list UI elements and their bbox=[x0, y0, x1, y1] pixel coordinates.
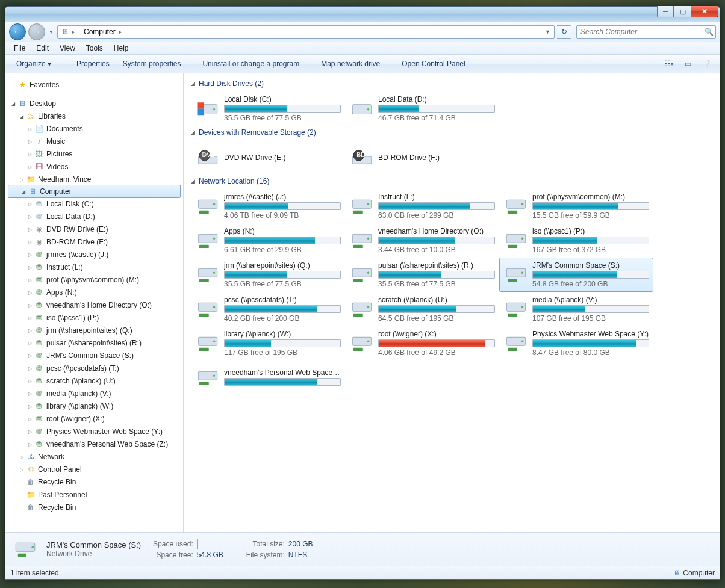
menu-view[interactable]: View bbox=[55, 43, 80, 54]
tree-drive[interactable]: ⛃Physics Webmaster Web Space (Y:) bbox=[7, 425, 182, 438]
close-button[interactable]: ✕ bbox=[691, 6, 718, 17]
tree-drive[interactable]: ◉BD-ROM Drive (F:) bbox=[7, 235, 182, 248]
tree-library-item[interactable]: ♪Music bbox=[7, 135, 182, 147]
help-button[interactable]: ❔ bbox=[699, 57, 715, 70]
drive-item[interactable]: Apps (N:)6.61 GB free of 29.9 GB bbox=[191, 223, 345, 258]
tree-drive[interactable]: ⛃iso (\\pcsc1) (P:) bbox=[7, 311, 182, 324]
drive-item[interactable]: JRM's Common Space (S:)54.8 GB free of 2… bbox=[499, 258, 653, 292]
tree-favorites[interactable]: ★Favorites bbox=[7, 78, 182, 91]
drive-item[interactable]: Instruct (L:)63.0 GB free of 299 GB bbox=[345, 189, 499, 223]
tree-libraries[interactable]: 🗂Libraries bbox=[7, 110, 182, 122]
uninstall-button[interactable]: Uninstall or change a program bbox=[196, 57, 305, 70]
tree-drive[interactable]: ⛃prof (\\physvm\common) (M:) bbox=[7, 273, 182, 286]
tree-drive[interactable]: ⛃jrm (\\sharepoint\sites) (Q:) bbox=[7, 324, 182, 336]
search-box[interactable]: 🔍 bbox=[576, 25, 716, 39]
bd-icon: BD bbox=[349, 145, 375, 170]
net-icon bbox=[195, 331, 220, 356]
tree-user[interactable]: 📁Needham, Vince bbox=[7, 173, 182, 185]
svg-point-64 bbox=[32, 546, 34, 548]
drive-item[interactable]: library (\\planck) (W:)117 GB free of 19… bbox=[191, 326, 345, 361]
net-icon bbox=[195, 297, 220, 322]
history-dropdown[interactable]: ▼ bbox=[48, 25, 55, 39]
tree-drive[interactable]: ⛃vneedham's Home Directory (O:) bbox=[7, 299, 182, 311]
content-pane[interactable]: ◢Hard Disk Drives (2)Local Disk (C:)35.5… bbox=[184, 73, 720, 532]
navigation-tree[interactable]: ★Favorites🖥Desktop🗂Libraries📄Documents♪M… bbox=[5, 73, 184, 532]
group-header[interactable]: ◢Devices with Removable Storage (2) bbox=[184, 126, 717, 140]
tree-drive[interactable]: ⛃Local Data (D:) bbox=[7, 210, 182, 223]
preview-pane-button[interactable]: ▭ bbox=[680, 57, 695, 70]
back-button[interactable]: ← bbox=[9, 23, 26, 40]
drive-item[interactable]: BDBD-ROM Drive (F:) bbox=[345, 140, 499, 175]
address-bar[interactable]: 🖥▸ Computer▸ ▼ bbox=[57, 25, 555, 39]
svg-rect-15 bbox=[199, 211, 209, 214]
refresh-button[interactable]: ↻ bbox=[557, 25, 571, 39]
svg-rect-39 bbox=[508, 279, 517, 282]
breadcrumb-computer[interactable]: Computer bbox=[84, 28, 116, 36]
drive-item[interactable]: DVDDVD RW Drive (E:) bbox=[191, 140, 345, 175]
tree-computer[interactable]: 🖥Computer bbox=[8, 185, 181, 198]
drive-item[interactable]: iso (\\pcsc1) (P:)167 GB free of 372 GB bbox=[499, 223, 653, 258]
drive-item[interactable]: root (\\wigner) (X:)4.06 GB free of 49.2… bbox=[345, 326, 499, 361]
tree-drive[interactable]: ⛃library (\\planck) (W:) bbox=[7, 400, 182, 412]
tree-library-item[interactable]: 🖼Pictures bbox=[7, 147, 182, 160]
svg-rect-2 bbox=[198, 109, 204, 116]
tree-drive[interactable]: ◉DVD RW Drive (E:) bbox=[7, 223, 182, 235]
tree-library-item[interactable]: 📄Documents bbox=[7, 122, 182, 135]
control-panel-button[interactable]: Open Control Panel bbox=[396, 57, 471, 70]
menu-tools[interactable]: Tools bbox=[81, 43, 108, 54]
tree-past-personnel[interactable]: 📁Past Personnel bbox=[7, 488, 182, 501]
tree-control-panel[interactable]: ⚙Control Panel bbox=[7, 463, 182, 475]
tree-drive[interactable]: ⛃media (\\planck) (V:) bbox=[7, 387, 182, 400]
svg-point-43 bbox=[213, 306, 216, 308]
forward-button[interactable]: → bbox=[28, 23, 45, 40]
tree-drive[interactable]: ⛃vneedham's Personal Web Space (Z:) bbox=[7, 438, 182, 450]
menu-file[interactable]: File bbox=[9, 43, 30, 54]
drive-item[interactable]: jrm (\\sharepoint\sites) (Q:)35.5 GB fre… bbox=[191, 258, 345, 292]
tree-drive[interactable]: ⛃JRM's Common Space (S:) bbox=[7, 349, 182, 362]
tree-drive[interactable]: ⛃jrmres (\\castle) (J:) bbox=[7, 248, 182, 261]
tree-drive[interactable]: ⛃pcsc (\\pcscdatafs) (T:) bbox=[7, 362, 182, 374]
drive-item[interactable]: media (\\planck) (V:)107 GB free of 195 … bbox=[499, 292, 653, 326]
system-properties-button[interactable]: System properties bbox=[117, 57, 187, 70]
properties-button[interactable]: Properties bbox=[70, 57, 116, 70]
organize-button[interactable]: Organize ▾ bbox=[10, 57, 57, 70]
group-header[interactable]: ◢Network Location (16) bbox=[184, 175, 717, 189]
drive-item[interactable]: Local Disk (C:)35.5 GB free of 77.5 GB bbox=[191, 91, 345, 126]
svg-point-25 bbox=[213, 237, 216, 240]
tree-recycle-bin[interactable]: 🗑Recycle Bin bbox=[7, 501, 182, 513]
tree-drive[interactable]: ⛃pulsar (\\sharepoint\sites) (R:) bbox=[7, 336, 182, 349]
maximize-button[interactable]: ▢ bbox=[674, 6, 691, 17]
svg-point-37 bbox=[367, 271, 370, 274]
search-input[interactable] bbox=[577, 28, 702, 36]
minimize-button[interactable]: ─ bbox=[657, 6, 674, 17]
tree-library-item[interactable]: 🎞Videos bbox=[7, 160, 182, 173]
address-dropdown[interactable]: ▼ bbox=[541, 26, 554, 38]
drive-item[interactable]: pulsar (\\sharepoint\sites) (R:)35.5 GB … bbox=[345, 258, 499, 292]
tree-drive[interactable]: ⛃scratch (\\planck) (U:) bbox=[7, 374, 182, 387]
drive-item[interactable]: vneedham's Personal Web Space (Z:) bbox=[191, 361, 345, 395]
menu-help[interactable]: Help bbox=[109, 43, 134, 54]
map-drive-button[interactable]: Map network drive bbox=[315, 57, 386, 70]
hd-os-icon bbox=[195, 96, 220, 122]
drive-item[interactable]: vneedham's Home Directory (O:)3.44 GB fr… bbox=[345, 223, 499, 258]
group-header[interactable]: ◢Hard Disk Drives (2) bbox=[184, 77, 717, 91]
drive-item[interactable]: pcsc (\\pcscdatafs) (T:)40.2 GB free of … bbox=[191, 292, 345, 326]
view-mode-button[interactable]: ☷▾ bbox=[661, 57, 676, 70]
svg-rect-48 bbox=[508, 314, 517, 317]
tree-drive[interactable]: ⛃root (\\wigner) (X:) bbox=[7, 412, 182, 425]
menu-edit[interactable]: Edit bbox=[31, 43, 54, 54]
net-icon bbox=[503, 331, 529, 356]
tree-recycle-bin[interactable]: 🗑Recycle Bin bbox=[7, 475, 182, 488]
drive-item[interactable]: scratch (\\planck) (U:)64.5 GB free of 1… bbox=[345, 292, 499, 326]
drive-item[interactable]: prof (\\physvm\common) (M:)15.5 GB free … bbox=[499, 189, 653, 223]
drive-item[interactable]: Local Data (D:)46.7 GB free of 71.4 GB bbox=[345, 91, 499, 126]
search-icon[interactable]: 🔍 bbox=[702, 28, 715, 36]
drive-item[interactable]: Physics Webmaster Web Space (Y:)8.47 GB … bbox=[499, 326, 653, 361]
tree-drive[interactable]: ⛃Apps (N:) bbox=[7, 286, 182, 299]
titlebar[interactable]: ─ ▢ ✕ bbox=[5, 7, 720, 22]
tree-desktop[interactable]: 🖥Desktop bbox=[7, 97, 182, 110]
tree-drive[interactable]: ⛃Local Disk (C:) bbox=[7, 197, 182, 210]
tree-network[interactable]: 🖧Network bbox=[7, 450, 182, 463]
drive-item[interactable]: jrmres (\\castle) (J:)4.06 TB free of 9.… bbox=[191, 189, 345, 223]
tree-drive[interactable]: ⛃Instruct (L:) bbox=[7, 261, 182, 273]
